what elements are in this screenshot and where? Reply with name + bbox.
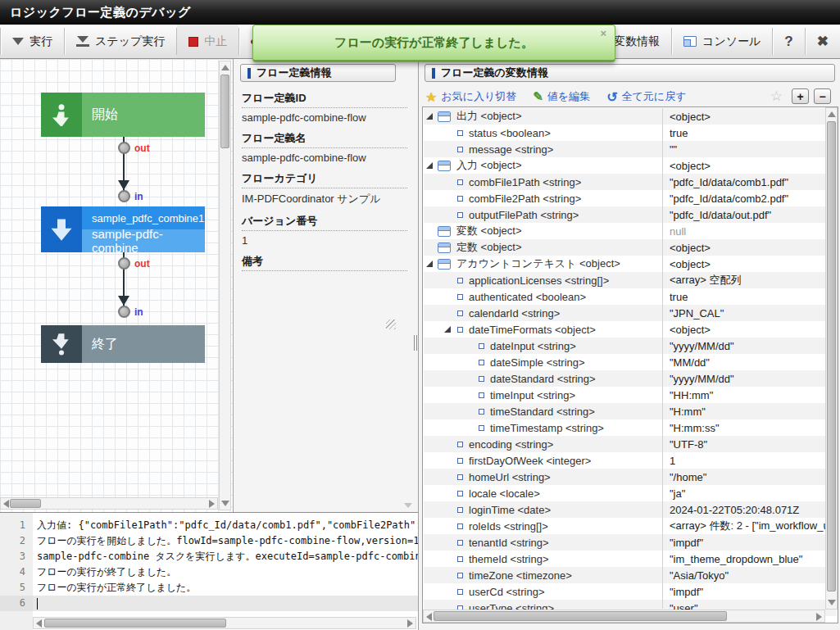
collapse-all-button[interactable]: −	[814, 88, 831, 104]
edit-value-link[interactable]: ✎ 値を編集	[533, 89, 590, 104]
tree-name-cell: homeUrl <string>	[424, 469, 662, 485]
tree-name-cell: アカウントコンテキスト <object>	[424, 256, 662, 272]
tree-row[interactable]: loginTime <date> 2024-01-22T05:20:48.071…	[424, 501, 837, 518]
tree-row[interactable]: 定数 <object> <object>	[424, 239, 837, 256]
variable-name: userCd <string>	[469, 586, 545, 598]
end-node[interactable]: 終了	[41, 325, 205, 363]
scrollbar-thumb[interactable]	[434, 611, 727, 621]
scroll-right-arrow[interactable]	[816, 613, 822, 621]
task-node[interactable]: sample_pdfc_combine1 sample-pdfc-combine	[41, 206, 205, 252]
tree-row[interactable]: timeInput <string> "HH:mm"	[424, 387, 837, 403]
variable-value: <object>	[670, 324, 711, 336]
tree-row[interactable]: timeTimestamp <string> "H:mm:ss"	[424, 419, 837, 436]
leaf-icon	[457, 212, 463, 218]
port-out[interactable]	[118, 257, 130, 270]
favorite-toggle-link[interactable]: ★ お気に入り切替	[425, 89, 516, 105]
scroll-left-arrow[interactable]	[3, 500, 9, 508]
scroll-right-arrow[interactable]	[209, 500, 215, 508]
tree-row[interactable]: locale <locale> "ja"	[424, 485, 837, 501]
notification-close-icon[interactable]: ×	[600, 27, 606, 39]
task-icon	[49, 217, 74, 242]
tree-row[interactable]: calendarId <string> "JPN_CAL"	[424, 305, 837, 321]
flow-canvas[interactable]: 開始 out in sample_pdfc_combine1 sample-pd…	[0, 59, 233, 512]
console-panel[interactable]: 1 入力値: {"combFile1Path":"pdfc_Id/data/co…	[0, 512, 418, 630]
port-in[interactable]	[118, 190, 130, 202]
scroll-down-arrow[interactable]	[404, 503, 412, 508]
tree-row[interactable]: 出力 <object> <object>	[424, 108, 837, 125]
field-label: バージョン番号	[242, 211, 407, 231]
tree-value-cell: "H:mm:ss"	[662, 419, 837, 436]
run-button[interactable]: 実行	[1, 25, 64, 58]
tree-row[interactable]: userCd <string> "impdf"	[424, 583, 837, 600]
leaf-icon	[457, 147, 463, 152]
tree-value-cell: "/home"	[662, 469, 837, 485]
tree-row[interactable]: outputFilePath <string> "pdfc_Id/data/ou…	[424, 206, 837, 223]
scroll-right-arrow[interactable]	[407, 619, 413, 628]
scrollbar-thumb[interactable]	[220, 75, 229, 148]
tree-row[interactable]: timeStandard <string> "H:mm"	[424, 403, 837, 419]
tree-row[interactable]: dateStandard <string> "yyyy/MM/dd"	[424, 370, 837, 387]
scroll-up-arrow[interactable]	[828, 111, 836, 117]
variable-value: "yyyy/MM/dd"	[670, 373, 734, 385]
port-in[interactable]	[118, 306, 130, 318]
tree-row[interactable]: message <string> ""	[424, 141, 837, 157]
tree-row[interactable]: themeId <string> "im_theme_dropdown_blue…	[424, 551, 837, 567]
help-button[interactable]: ?	[773, 25, 804, 58]
tree-name-cell: 変数 <object>	[424, 223, 662, 239]
scroll-left-arrow[interactable]	[36, 619, 42, 628]
variable-value: true	[670, 127, 688, 139]
tree-row[interactable]: tenantId <string> "impdf"	[424, 534, 837, 551]
console-line: 6	[0, 596, 418, 611]
tree-row[interactable]: firstDayOfWeek <integer> 1	[424, 452, 837, 469]
scrollbar-thumb[interactable]	[44, 619, 226, 628]
variable-name: authenticated <boolean>	[469, 291, 586, 303]
tree-row[interactable]: status <boolean> true	[424, 125, 837, 141]
scroll-down-arrow[interactable]	[828, 600, 836, 605]
scroll-down-arrow[interactable]	[221, 501, 229, 506]
folder-icon	[438, 161, 451, 171]
folder-icon	[438, 111, 451, 122]
tree-row[interactable]: roleIds <string[]> <array> 件数: 2 - ["im_…	[424, 518, 837, 534]
expand-all-button[interactable]: +	[792, 88, 809, 104]
tree-row[interactable]: combFile1Path <string> "pdfc_Id/data/com…	[424, 174, 837, 190]
flow-info-panel: フロー定義情報 フロー定義ID sample-pdfc-combine-flow…	[233, 59, 418, 512]
tree-row[interactable]: dateSimple <string> "MM/dd"	[424, 354, 837, 370]
tree-row[interactable]: dateTimeFormats <object> <object>	[424, 321, 837, 338]
variable-value: "impdf"	[670, 586, 703, 598]
tree-row[interactable]: encoding <string> "UTF-8"	[424, 436, 837, 452]
tree-row[interactable]: 入力 <object> <object>	[424, 157, 837, 174]
tree-row[interactable]: timeZone <timezone> "Asia/Tokyo"	[424, 567, 837, 583]
reset-all-link[interactable]: ↺ 全て元に戻す	[606, 89, 686, 105]
close-button[interactable]: ✖	[806, 25, 840, 58]
expander-icon[interactable]	[444, 326, 456, 333]
tree-row[interactable]: authenticated <boolean> true	[424, 288, 837, 305]
tree-row[interactable]: combFile2Path <string> "pdfc_Id/data/com…	[424, 190, 837, 206]
scroll-left-arrow[interactable]	[426, 613, 432, 621]
expander-icon[interactable]	[426, 261, 438, 267]
tree-value-cell: "UTF-8"	[662, 436, 837, 452]
expander-icon[interactable]	[426, 162, 438, 169]
tree-name-cell: tenantId <string>	[424, 534, 662, 551]
tree-row[interactable]: 変数 <object> null	[424, 223, 837, 239]
scrollbar-thumb[interactable]	[10, 499, 41, 508]
variable-name: timeStandard <string>	[490, 406, 595, 418]
tree-row[interactable]: applicationLicenses <string[]> <array> 空…	[424, 272, 837, 288]
step-run-button[interactable]: ステップ実行	[65, 25, 176, 58]
scrollbar-thumb[interactable]	[827, 121, 836, 591]
scroll-up-arrow[interactable]	[221, 65, 229, 70]
console-toggle-button[interactable]: コンソール	[672, 25, 772, 58]
favorite-filter-icon[interactable]: ☆	[770, 88, 783, 105]
tree-row[interactable]: アカウントコンテキスト <object> <object>	[424, 256, 837, 272]
abort-button[interactable]: 中止	[177, 25, 238, 58]
start-node[interactable]: 開始	[41, 93, 205, 137]
port-out[interactable]	[118, 142, 130, 154]
tree-row[interactable]: homeUrl <string> "/home"	[424, 469, 837, 485]
variables-header: フロー定義の変数情報	[425, 64, 835, 82]
resize-grip[interactable]	[386, 320, 396, 329]
column-divider[interactable]	[662, 108, 663, 609]
tree-row[interactable]: dateInput <string> "yyyy/MM/dd"	[424, 338, 837, 354]
tree-name-cell: firstDayOfWeek <integer>	[424, 452, 662, 469]
variable-value: "H:mm"	[670, 406, 706, 418]
leaf-icon	[457, 458, 463, 464]
expander-icon[interactable]	[426, 113, 438, 120]
